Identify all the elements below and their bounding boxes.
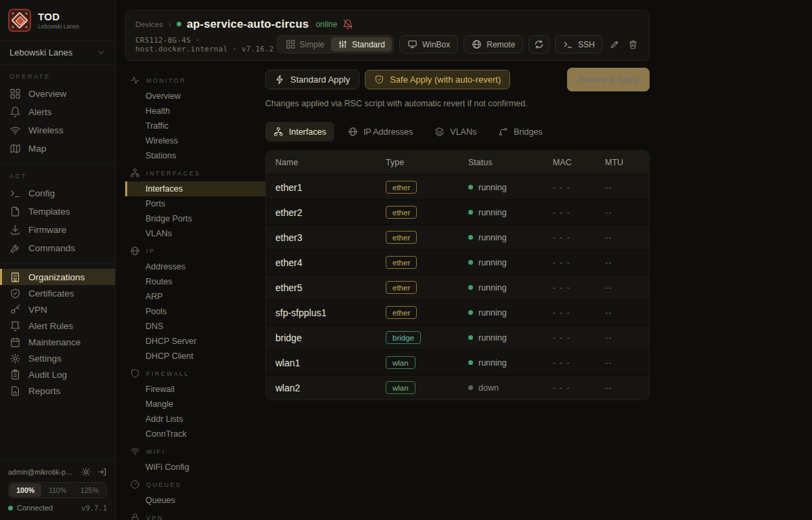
sidebar-item-firmware[interactable]: Firmware [0,221,115,239]
review-apply-button[interactable]: Review & Apply [567,68,650,91]
sidebar-item-settings[interactable]: Settings [0,350,115,366]
sidebar-item-label: Settings [28,353,62,364]
subnav-item-pools[interactable]: Pools [125,304,265,319]
sidebar-section-act: ACTConfigTemplatesFirmwareCommands [0,164,115,261]
view-mode-simple[interactable]: Simple [279,37,332,51]
subnav-item-bridge-ports[interactable]: Bridge Ports [125,211,265,226]
device-subnav: MONITOROverviewHealthTrafficWirelessStat… [125,66,265,520]
notifications-muted-button[interactable] [342,19,353,30]
subnav-item-vlans[interactable]: VLANs [125,226,265,241]
subnav-item-ports[interactable]: Ports [125,196,265,211]
subnav-item-addr-lists[interactable]: Addr Lists [125,412,265,427]
sidebar-item-alerts[interactable]: Alerts [0,103,115,121]
sidebar-section-label: ACT [0,169,115,184]
theme-toggle-button[interactable] [81,467,91,477]
view-mode-standard[interactable]: Standard [331,37,392,51]
subnav-item-wifi-config[interactable]: WiFi Config [125,460,265,475]
terminal-button-ssh[interactable]: SSH [555,35,603,53]
interface-name: bridge [275,332,386,343]
sidebar-item-templates[interactable]: Templates [0,202,115,221]
type-badge: ether [386,181,417,194]
sidebar-item-vpn[interactable]: VPN [0,301,115,318]
refresh-button[interactable] [528,35,549,53]
subnav-item-addresses[interactable]: Addresses [125,259,265,274]
subnav-item-dhcp-server[interactable]: DHCP Server [125,334,265,349]
wifi-icon [130,446,140,456]
tab-ip-addresses[interactable]: IP Addresses [340,122,421,142]
sidebar-item-maintenance[interactable]: Maintenance [0,334,115,350]
monitor-button-winbox[interactable]: WinBox [399,35,458,53]
subnav-item-firewall[interactable]: Firewall [125,382,265,397]
pencil-button[interactable] [608,38,621,51]
header-action-buttons: WinBoxRemoteSSH [399,35,639,53]
status-dot [468,360,473,365]
subnav-item-stations[interactable]: Stations [125,148,265,163]
sidebar-item-audit-log[interactable]: Audit Log [0,366,115,383]
table-row-wlan2[interactable]: wlan2wlandown- - --- [266,374,649,399]
interface-mtu: -- [605,208,639,217]
subnav-item-routes[interactable]: Routes [125,274,265,289]
ui-zoom-100[interactable]: 100% [9,483,41,497]
subnav-item-dhcp-client[interactable]: DHCP Client [125,349,265,364]
safe-apply-button[interactable]: Safe Apply (with auto-revert) [365,70,510,89]
trash-button[interactable] [627,38,639,51]
logout-button[interactable] [97,467,107,477]
type-badge: ether [386,231,417,244]
subnav-item-mangle[interactable]: Mangle [125,397,265,412]
table-row-bridge[interactable]: bridgebridgerunning- - --- [266,324,649,349]
breadcrumb[interactable]: Devices [135,20,163,28]
table-row-ether5[interactable]: ether5etherrunning- - --- [266,274,649,299]
org-selector[interactable]: Lebowski Lanes [0,41,115,65]
subnav-item-overview[interactable]: Overview [125,89,265,104]
subnav-item-health[interactable]: Health [125,104,265,118]
table-row-ether1[interactable]: ether1etherrunning- - --- [266,174,649,199]
sidebar-item-wireless[interactable]: Wireless [0,121,115,139]
tab-interfaces[interactable]: Interfaces [265,122,334,142]
table-header: NameTypeStatusMACMTU [266,151,649,174]
subnav-item-queues[interactable]: Queues [125,493,265,508]
sidebar-item-certificates[interactable]: Certificates [0,285,115,301]
ui-zoom-110[interactable]: 110% [41,483,73,497]
tab-label: VLANs [450,127,476,137]
interface-mtu: -- [605,283,639,292]
ui-zoom-125[interactable]: 125% [74,483,106,497]
sidebar-item-map[interactable]: Map [0,139,115,158]
interface-mac: - - - [553,308,605,318]
view-mode-segmented: SimpleStandard [277,35,394,53]
sidebar-item-commands[interactable]: Commands [0,239,115,257]
status-dot [468,185,473,190]
clipboard-icon [9,369,21,381]
standard-apply-label: Standard Apply [290,74,350,85]
interface-mac: - - - [553,333,605,343]
table-row-ether4[interactable]: ether4etherrunning- - --- [266,249,649,274]
tab-vlans[interactable]: VLANs [426,122,484,142]
terminal-icon [9,188,21,199]
subnav-item-wireless[interactable]: Wireless [125,133,265,148]
subnav-item-traffic[interactable]: Traffic [125,118,265,133]
globe-button-remote[interactable]: Remote [464,35,523,53]
bell-icon [9,106,21,118]
table-row-ether3[interactable]: ether3etherrunning- - --- [266,224,649,249]
subnav-item-arp[interactable]: ARP [125,289,265,304]
type-badge: ether [386,256,417,269]
app-logo-block: TOD Lebowski Lanes [0,0,115,41]
table-row-ether2[interactable]: ether2etherrunning- - --- [266,199,649,224]
standard-apply-button[interactable]: Standard Apply [265,70,359,89]
subnav-item-conntrack[interactable]: ConnTrack [125,427,265,441]
sidebar-item-overview[interactable]: Overview [0,85,115,103]
interface-name: ether2 [275,207,386,218]
sidebar-item-organizations[interactable]: Organizations [0,269,115,285]
sidebar-item-reports[interactable]: Reports [0,383,115,399]
table-row-sfp-sfpplus1[interactable]: sfp-sfpplus1etherrunning- - --- [266,299,649,324]
tab-bridges[interactable]: Bridges [490,122,550,142]
app-subtitle: Lebowski Lanes [38,23,79,30]
sidebar-section-operate: OPERATEOverviewAlertsWirelessMap [0,68,115,162]
subnav-item-dns[interactable]: DNS [125,319,265,334]
table-row-wlan1[interactable]: wlan1wlanrunning- - --- [266,349,649,374]
branch-icon [498,127,508,137]
sidebar-item-config[interactable]: Config [0,184,115,202]
interface-name: ether4 [275,257,386,268]
network-icon [273,127,284,137]
subnav-item-interfaces[interactable]: Interfaces [125,181,265,196]
sidebar-item-alert-rules[interactable]: Alert Rules [0,318,115,334]
